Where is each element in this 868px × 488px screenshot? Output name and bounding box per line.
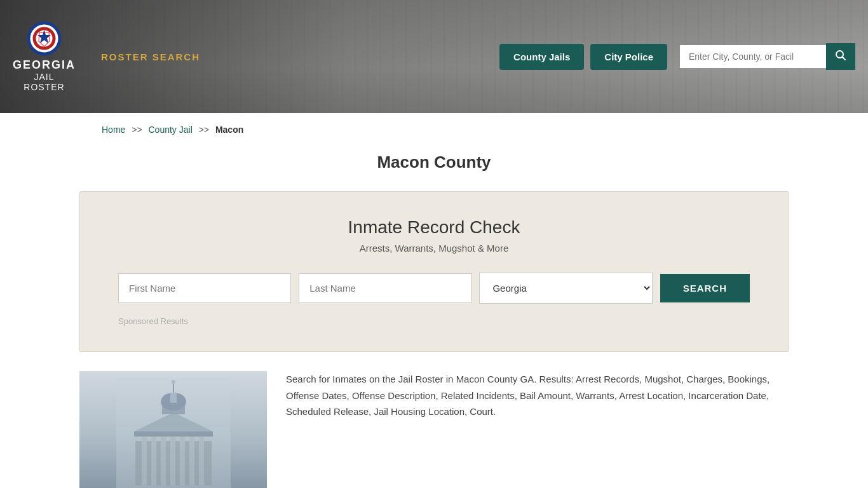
- breadcrumb-current: Macon: [215, 125, 243, 135]
- city-police-button[interactable]: City Police: [590, 44, 667, 70]
- logo-area[interactable]: GEORGIA JAIL ROSTER: [13, 21, 76, 92]
- header-search-input[interactable]: [680, 45, 826, 68]
- breadcrumb: Home >> County Jail >> Macon: [0, 113, 868, 146]
- header-content: GEORGIA JAIL ROSTER ROSTER SEARCH County…: [0, 0, 868, 113]
- svg-rect-13: [180, 435, 185, 485]
- county-description: Search for Inmates on the Jail Roster in…: [286, 371, 789, 420]
- breadcrumb-separator-2: >>: [199, 125, 209, 135]
- svg-line-6: [843, 57, 846, 60]
- nav-buttons: County Jails City Police: [499, 44, 667, 70]
- header-search-bar: [680, 43, 855, 70]
- header-search-button[interactable]: [826, 43, 855, 70]
- logo-georgia-text: GEORGIA: [13, 58, 76, 72]
- state-select[interactable]: Georgia Alabama Florida Tennessee South …: [479, 273, 652, 304]
- page-title: Macon County: [0, 152, 868, 172]
- logo-jail-text: JAIL: [34, 72, 55, 82]
- svg-rect-20: [170, 393, 177, 403]
- svg-rect-11: [161, 435, 166, 485]
- search-icon: [835, 50, 846, 61]
- svg-rect-14: [189, 435, 194, 485]
- breadcrumb-county-jail-link[interactable]: County Jail: [149, 125, 193, 135]
- record-search-button[interactable]: SEARCH: [660, 274, 750, 302]
- header-banner: GEORGIA JAIL ROSTER ROSTER SEARCH County…: [0, 0, 868, 113]
- svg-rect-12: [170, 435, 175, 485]
- georgia-flag-icon: [27, 21, 62, 56]
- svg-rect-16: [134, 431, 213, 437]
- record-check-title: Inmate Record Check: [118, 217, 750, 238]
- breadcrumb-home-link[interactable]: Home: [102, 125, 125, 135]
- record-check-subtitle: Arrests, Warrants, Mugshot & More: [118, 243, 750, 254]
- breadcrumb-separator-1: >>: [132, 125, 142, 135]
- svg-rect-10: [151, 435, 156, 485]
- sponsored-results-label: Sponsored Results: [118, 316, 750, 326]
- record-check-form: Georgia Alabama Florida Tennessee South …: [118, 273, 750, 304]
- svg-rect-15: [199, 435, 204, 485]
- first-name-input[interactable]: [118, 273, 291, 303]
- building-icon: [116, 377, 231, 488]
- record-check-section: Inmate Record Check Arrests, Warrants, M…: [79, 191, 789, 352]
- county-jails-button[interactable]: County Jails: [499, 44, 584, 70]
- bottom-content: Search for Inmates on the Jail Roster in…: [79, 371, 789, 488]
- county-building-image: [79, 371, 267, 488]
- last-name-input[interactable]: [299, 273, 471, 303]
- logo-roster-text: ROSTER: [24, 82, 64, 92]
- svg-rect-9: [142, 435, 147, 485]
- svg-point-22: [172, 380, 175, 384]
- nav-roster-search-label[interactable]: ROSTER SEARCH: [101, 51, 200, 62]
